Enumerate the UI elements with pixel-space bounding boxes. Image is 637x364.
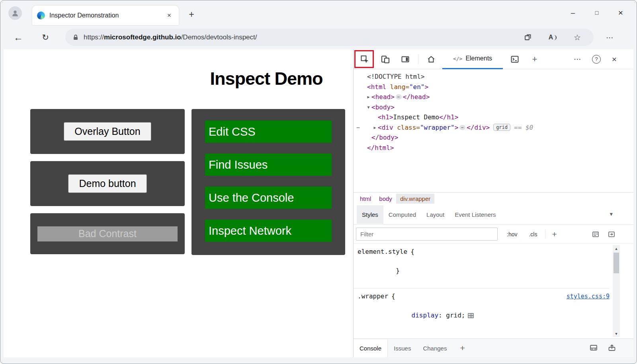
font-editor-icon[interactable]	[592, 231, 599, 238]
tab-console[interactable]: Console	[354, 339, 388, 357]
dom-node-html-close[interactable]: </html>	[354, 143, 633, 153]
console-sidebar-icon[interactable]	[590, 344, 598, 352]
node-more-actions-icon[interactable]: ⋯	[355, 123, 361, 133]
overlay-button-container: Overlay Button	[30, 109, 185, 154]
scrollbar[interactable]: ▲ ▼	[613, 245, 620, 337]
close-brace: }	[396, 267, 400, 274]
settings-more-icon[interactable]: ⋯	[605, 32, 615, 43]
minimize-button[interactable]: –	[561, 6, 585, 19]
wrapper-rule-header[interactable]: .wrapper{ styles.css:9	[358, 292, 610, 301]
scroll-down-icon[interactable]: ▼	[613, 330, 620, 337]
grid-badge[interactable]: grid	[493, 124, 510, 131]
element-style-rule[interactable]: element.style{	[358, 247, 610, 257]
tag-token: >	[455, 123, 459, 133]
expand-arrow-icon[interactable]: ▶	[372, 123, 378, 133]
refresh-icon[interactable]: ↻	[39, 31, 52, 44]
address-bar[interactable]: https://microsoftedge.github.io/Demos/de…	[65, 29, 594, 46]
css-properties: display: grid; grid-gap: ▶10px; grid-tem…	[358, 302, 610, 339]
favorites-star-icon[interactable]: ☆	[572, 32, 582, 43]
filter-right-icons	[583, 231, 633, 238]
dom-node-h1[interactable]: <h1>Inspect Demo</h1>	[354, 112, 633, 123]
colon: :	[438, 311, 446, 319]
dom-node-body-close[interactable]: </body>	[354, 132, 633, 143]
bad-contrast-button[interactable]: Bad Contrast	[37, 226, 178, 241]
computed-sidebar-toggle-icon[interactable]	[608, 231, 615, 238]
window-close-button[interactable]: ×	[609, 6, 633, 19]
devtools-close-icon[interactable]: ×	[609, 54, 620, 65]
browser-window: Inspector Demonstration × + – □ × ← ↻ ht…	[0, 0, 637, 364]
collapsed-content-icon[interactable]: ⋯	[396, 94, 402, 99]
navigation-toolbar: ← ↻ https://microsoftedge.github.io/Demo…	[0, 25, 637, 49]
console-drawer-icon[interactable]	[509, 54, 520, 65]
scrollbar-track[interactable]	[613, 252, 620, 330]
css-property-display[interactable]: display: grid;	[365, 302, 610, 329]
add-devtools-tab-icon[interactable]: +	[529, 54, 540, 65]
breadcrumb-html[interactable]: html	[356, 194, 375, 204]
breadcrumb: html body div.wrapper	[354, 192, 633, 205]
tag-token: <body>	[371, 102, 395, 113]
styles-pane: element.style{ } .wrapper{ styles.css:9 …	[354, 244, 633, 339]
edit-css-link[interactable]: Edit CSS	[205, 121, 332, 143]
collapse-arrow-icon[interactable]: ▼	[365, 102, 371, 113]
collections-icon[interactable]	[523, 32, 533, 43]
tab-styles[interactable]: Styles	[357, 205, 383, 224]
person-icon	[11, 9, 19, 17]
dom-node-doctype[interactable]: <!DOCTYPE html>	[354, 72, 633, 82]
overlay-button[interactable]: Overlay Button	[64, 122, 151, 141]
url-prefix: https://	[84, 33, 104, 41]
home-icon[interactable]	[426, 54, 437, 65]
expand-glyph-icon	[608, 344, 616, 351]
back-icon[interactable]: ←	[12, 31, 25, 44]
expand-arrow-icon[interactable]: ▶	[365, 92, 371, 102]
device-emulation-icon[interactable]	[380, 54, 391, 65]
chevron-down-icon[interactable]: ▾	[610, 210, 613, 218]
add-drawer-tab-icon[interactable]: +	[460, 343, 465, 353]
read-aloud-icon[interactable]: A	[547, 32, 558, 43]
help-icon[interactable]: ?	[592, 55, 601, 64]
tab-elements[interactable]: </> Elements	[442, 49, 503, 69]
tab-event-listeners[interactable]: Event Listeners	[449, 205, 501, 224]
tag-token: </body>	[371, 132, 398, 143]
breadcrumb-div-wrapper[interactable]: div.wrapper	[396, 194, 434, 204]
use-console-link[interactable]: Use the Console	[205, 187, 332, 209]
tab-issues[interactable]: Issues	[388, 339, 417, 357]
scroll-up-icon[interactable]: ▲	[613, 245, 620, 252]
console-sidebar-glyph-icon	[590, 344, 598, 351]
grid-editor-glyph-icon	[468, 313, 474, 318]
annotation-highlight	[354, 50, 374, 68]
dom-node-html-open[interactable]: <html lang="en">	[354, 82, 633, 92]
tag-token: <html	[367, 82, 386, 92]
demo-button[interactable]: Demo button	[68, 174, 147, 193]
stylesheet-source-link[interactable]: styles.css:9	[567, 292, 610, 301]
dock-side-icon[interactable]	[400, 54, 411, 65]
more-options-icon[interactable]: ⋯	[572, 54, 583, 65]
element-class-button[interactable]: .cls	[526, 230, 539, 239]
grid-editor-icon[interactable]	[468, 312, 474, 321]
tab-close-icon[interactable]: ×	[164, 11, 174, 20]
tab-title: Inspector Demonstration	[49, 12, 164, 19]
styles-sidebar-tabs: Styles Computed Layout Event Listeners ▾	[354, 205, 633, 225]
dom-node-body[interactable]: ▼<body>	[354, 102, 633, 113]
tab-changes[interactable]: Changes	[417, 339, 453, 357]
expand-drawer-icon[interactable]	[608, 344, 616, 352]
tab-layout[interactable]: Layout	[421, 205, 449, 224]
collapsed-content-icon[interactable]: ⋯	[459, 125, 465, 130]
filter-input[interactable]	[356, 228, 498, 241]
tag-token: </div>	[467, 123, 490, 133]
find-issues-link[interactable]: Find Issues	[205, 154, 332, 176]
dom-node-head[interactable]: ▶<head>⋯</head>	[354, 92, 633, 102]
inspect-network-link[interactable]: Inspect Network	[205, 220, 332, 242]
css-property-grid-gap[interactable]: grid-gap: ▶10px;	[365, 329, 610, 339]
dom-node-div-wrapper[interactable]: ⋯▶<div class="wrapper">⋯</div>grid== $0	[354, 123, 633, 133]
window-content: Inspect Demo Overlay Button Demo button …	[0, 49, 637, 364]
new-style-rule-button[interactable]: +	[552, 230, 557, 239]
new-tab-button[interactable]: +	[186, 9, 197, 20]
profile-avatar[interactable]	[8, 6, 22, 20]
maximize-button[interactable]: □	[585, 6, 609, 19]
tag-token: </html>	[367, 143, 394, 153]
breadcrumb-body[interactable]: body	[375, 194, 396, 204]
browser-tab[interactable]: Inspector Demonstration ×	[32, 6, 179, 25]
pseudo-state-button[interactable]: :hov	[504, 230, 520, 239]
tab-computed[interactable]: Computed	[383, 205, 421, 224]
scrollbar-thumb[interactable]	[614, 253, 619, 273]
